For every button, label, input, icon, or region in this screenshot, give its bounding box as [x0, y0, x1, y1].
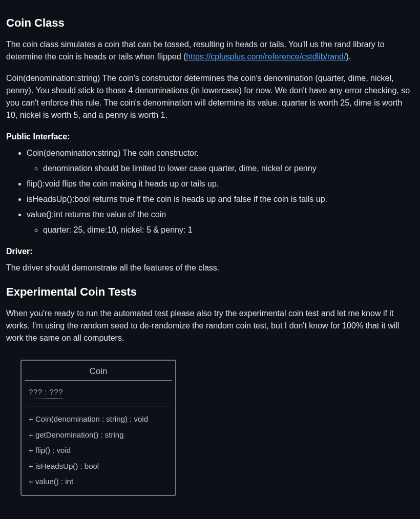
uml-method: + getDenomination() : string	[22, 427, 175, 443]
paragraph-experimental: When you're ready to run the automated t…	[6, 307, 414, 344]
list-item: flip():void flips the coin making it hea…	[27, 178, 414, 190]
document-page: Coin Class The coin class simulates a co…	[0, 0, 420, 511]
uml-separator	[25, 406, 172, 406]
uml-class-name: Coin	[22, 361, 175, 380]
list-text: value():int returns the value of the coi…	[27, 210, 166, 219]
uml-method: + flip() : void	[22, 443, 175, 459]
sublist: quarter: 25, dime:10, nickel: 5 & penny:…	[27, 224, 414, 236]
list-item: denomination should be limited to lower …	[43, 162, 414, 175]
uml-attributes: ??? : ???	[22, 385, 175, 401]
uml-separator	[25, 380, 172, 381]
list-item: value():int returns the value of the coi…	[27, 209, 414, 236]
uml-diagram-wrapper: Coin ??? : ??? + Coin(denomination : str…	[20, 360, 414, 496]
uml-class-box: Coin ??? : ??? + Coin(denomination : str…	[20, 360, 176, 496]
list-item: quarter: 25, dime:10, nickel: 5 & penny:…	[43, 224, 414, 236]
uml-method: + isHeadsUp() : bool	[22, 459, 175, 474]
paragraph-constructor: Coin(denomination:string) The coin's con…	[6, 72, 414, 121]
label-public-interface: Public Interface:	[6, 131, 414, 143]
heading-experimental: Experimental Coin Tests	[6, 283, 414, 300]
uml-method: + value() : int	[22, 474, 175, 490]
uml-method: + Coin(denomination : string) : void	[22, 411, 175, 427]
list-item: isHeadsUp():bool returns true if the coi…	[27, 193, 414, 205]
paragraph-intro: The coin class simulates a coin that can…	[6, 38, 414, 63]
link-rand-reference[interactable]: https://cplusplus.com/reference/cstdlib/…	[186, 52, 346, 61]
uml-attr-text: ??? : ???	[29, 386, 63, 399]
list-text: Coin(denomination:string) The coin const…	[27, 149, 199, 157]
heading-coin-class: Coin Class	[6, 14, 414, 31]
list-public-interface: Coin(denomination:string) The coin const…	[6, 147, 414, 236]
text-segment: ).	[346, 52, 351, 61]
list-item: Coin(denomination:string) The coin const…	[27, 147, 414, 175]
paragraph-driver: The driver should demonstrate all the fe…	[6, 262, 414, 274]
label-driver: Driver:	[6, 245, 414, 258]
sublist: denomination should be limited to lower …	[27, 162, 414, 175]
